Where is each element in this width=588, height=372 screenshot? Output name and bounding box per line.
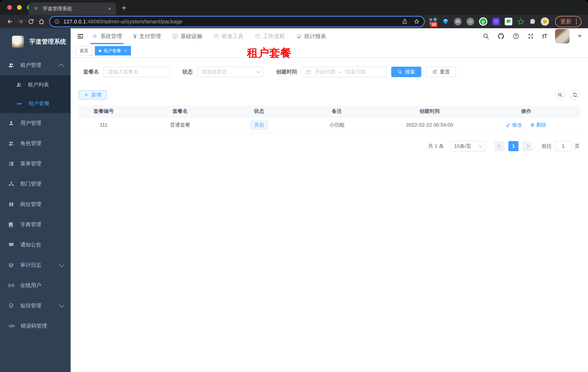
- start-date-placeholder[interactable]: 开始日期: [315, 68, 336, 75]
- top-nav: 系统管理 ¥ 支付管理 基础设施: [92, 28, 337, 44]
- back-icon[interactable]: [5, 18, 15, 25]
- column-header: 备注: [287, 108, 387, 115]
- nav-item-system[interactable]: 系统管理: [92, 28, 122, 44]
- search-icon[interactable]: [483, 33, 489, 40]
- tab-title: 芋道管理系统: [43, 5, 104, 12]
- chat-extension-icon[interactable]: [505, 18, 512, 25]
- sidebar-logo[interactable]: 芋道管理系统: [0, 28, 71, 55]
- shield-extension-icon[interactable]: [492, 18, 500, 25]
- add-button[interactable]: 新增: [79, 90, 107, 100]
- nav-item-infra[interactable]: 基础设施: [172, 28, 202, 44]
- sidebar-menu: 租户管理 租户列表 租户套餐: [0, 55, 71, 336]
- tag-close-icon[interactable]: ×: [124, 48, 127, 53]
- puzzle-extensions-icon[interactable]: [529, 18, 536, 25]
- date-range-picker[interactable]: 开始日期 - 结束日期: [301, 67, 387, 77]
- current-page-button[interactable]: 1: [508, 141, 518, 151]
- sidebar-item-tenant-package[interactable]: 租户套餐: [0, 94, 71, 113]
- browser-update-button[interactable]: 更新: [555, 16, 581, 27]
- minimize-window-button[interactable]: [17, 5, 22, 10]
- gem-extension-icon[interactable]: [442, 18, 449, 25]
- sidebar-item-menu-management[interactable]: 菜单管理: [0, 154, 71, 174]
- dashboard-icon: [296, 33, 302, 39]
- reset-button[interactable]: 重置: [426, 67, 456, 77]
- nav-item-dev-tools[interactable]: 研发工具: [213, 28, 243, 44]
- sidebar-item-error-code[interactable]: </> 错误码管理: [0, 316, 71, 336]
- page-unit-label: 页: [575, 143, 580, 149]
- sidebar-item-role-management[interactable]: 角色管理: [0, 133, 71, 154]
- favicon-plant-icon: [33, 6, 39, 11]
- sidebar-item-notice[interactable]: 通知公告: [0, 235, 71, 255]
- refresh-button[interactable]: [570, 90, 580, 100]
- goto-page-input[interactable]: [555, 141, 571, 151]
- dot-extension-icon[interactable]: [467, 18, 474, 25]
- github-icon[interactable]: [497, 32, 504, 40]
- sidebar-item-user-management[interactable]: 用户管理: [0, 113, 71, 133]
- browser-window: 芋道管理系统 × + 127.0.0.1:48080/admin-ui/syst…: [0, 0, 588, 372]
- cell-created-time: 2022-02-22 00:54:00: [387, 122, 472, 128]
- y-extension-icon[interactable]: y: [479, 17, 487, 26]
- search-button[interactable]: 搜索: [391, 67, 421, 77]
- profile-avatar-icon[interactable]: [541, 17, 549, 26]
- edit-link[interactable]: 修改: [506, 122, 522, 128]
- command-extension-icon[interactable]: ⌘: [454, 18, 462, 25]
- delete-link[interactable]: 删除: [530, 122, 546, 128]
- prev-page-button[interactable]: [494, 141, 505, 151]
- user-avatar[interactable]: [555, 29, 569, 43]
- tag-tenant-package[interactable]: 租户套餐 ×: [95, 46, 131, 55]
- new-tab-button[interactable]: +: [122, 3, 126, 13]
- forward-icon[interactable]: [15, 18, 26, 25]
- nav-item-payment[interactable]: ¥ 支付管理: [133, 28, 161, 44]
- app-root: 芋道管理系统 租户管理 租户列表: [0, 28, 588, 372]
- sidebar-item-dict-management[interactable]: 字典管理: [0, 214, 71, 235]
- status-select[interactable]: 请选择状态: [197, 67, 264, 77]
- close-window-button[interactable]: [7, 5, 12, 10]
- sidebar-item-tenant-list[interactable]: 租户列表: [0, 75, 71, 94]
- sidebar-item-online-users[interactable]: 在线用户: [0, 275, 71, 296]
- site-info-icon[interactable]: [54, 19, 60, 24]
- tag-home[interactable]: 首页: [76, 46, 92, 55]
- avatar-caret-icon[interactable]: [578, 35, 582, 37]
- sidebar-item-tenant-management[interactable]: 租户管理: [0, 55, 71, 75]
- signal-user-icon: [8, 283, 14, 288]
- sidebar-item-sms-management[interactable]: 短信管理: [0, 296, 71, 316]
- url-bar[interactable]: 127.0.0.1:48080/admin-ui/system/tenant/p…: [49, 16, 425, 27]
- browser-toolbar: 127.0.0.1:48080/admin-ui/system/tenant/p…: [0, 15, 588, 28]
- browser-tab[interactable]: 芋道管理系统 ×: [29, 2, 116, 15]
- sidebar-item-dept-management[interactable]: 部门管理: [0, 174, 71, 194]
- calendar-icon: [306, 69, 311, 74]
- hide-search-button[interactable]: [555, 90, 565, 100]
- end-date-placeholder[interactable]: 结束日期: [345, 68, 365, 75]
- reload-icon[interactable]: [26, 19, 36, 25]
- org-chart-icon: [8, 181, 14, 187]
- sidebar-item-label: 菜单管理: [20, 160, 63, 167]
- nav-item-workflow[interactable]: 工作流程: [255, 28, 285, 44]
- browser-menu-icon[interactable]: [575, 18, 578, 25]
- help-icon[interactable]: [513, 33, 519, 40]
- share-icon[interactable]: [402, 19, 408, 24]
- sidebar-item-label: 短信管理: [20, 302, 53, 309]
- sidebar-item-post-management[interactable]: 岗位管理: [0, 194, 71, 214]
- nav-item-report[interactable]: 统计报表: [296, 28, 326, 44]
- collapse-menu-icon[interactable]: [77, 32, 84, 40]
- dictionary-book-icon: [8, 222, 14, 227]
- star-extension-icon[interactable]: [517, 18, 525, 25]
- extension-badge: 10: [430, 22, 437, 27]
- extension-grid-icon[interactable]: 10: [429, 18, 437, 26]
- font-size-icon[interactable]: tT: [542, 33, 547, 40]
- sidebar-title: 芋道管理系统: [29, 37, 66, 46]
- yen-icon: ¥: [133, 33, 137, 40]
- fullscreen-icon[interactable]: [527, 33, 534, 40]
- page-size-select[interactable]: 10条/页: [450, 141, 485, 151]
- package-name-input[interactable]: [104, 67, 170, 77]
- sidebar-item-label: 部门管理: [20, 181, 63, 188]
- bookmark-star-icon[interactable]: [414, 19, 420, 24]
- next-page-button[interactable]: [522, 141, 532, 151]
- sidebar-item-label: 用户管理: [20, 119, 63, 127]
- chevron-down-icon: [479, 144, 483, 148]
- users-icon: [8, 62, 14, 68]
- package-name-field[interactable]: [103, 67, 170, 77]
- tab-close-icon[interactable]: ×: [108, 6, 111, 12]
- sidebar-item-audit-log[interactable]: 审计日志: [0, 255, 71, 275]
- edit-label: 修改: [512, 122, 522, 128]
- home-icon[interactable]: [36, 18, 47, 25]
